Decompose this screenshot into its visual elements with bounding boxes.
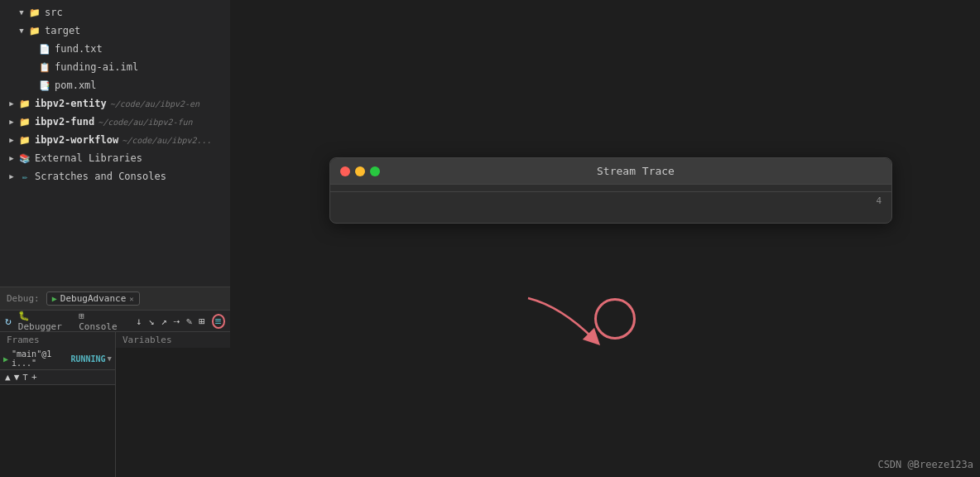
lib-icon: 📚 xyxy=(18,152,31,165)
evaluate-icon[interactable]: ✎ xyxy=(186,316,192,327)
run-thread-label: "main"@1 i..." xyxy=(12,349,69,368)
frames-panel: Frames ▶ "main"@1 i..." RUNNING ▼ ▲ ▼ ⊤ … xyxy=(0,332,116,477)
step-into-icon[interactable]: ↘ xyxy=(148,316,154,327)
step-over-icon[interactable]: ↓ xyxy=(136,316,142,327)
main-area: Stream Trace 4 xyxy=(230,0,980,477)
tree-item-funding-ai-iml[interactable]: 📋funding-ai.iml xyxy=(0,58,230,76)
folder-icon: 📁 xyxy=(18,133,31,147)
debugger-tab[interactable]: 🐛 Debugger xyxy=(18,311,72,332)
tree-arrow-open xyxy=(17,7,26,17)
tree-extra: ~/code/au/ibpv2... xyxy=(122,136,211,145)
code-content xyxy=(271,0,980,477)
run-status: RUNNING xyxy=(70,354,105,364)
stream-trace-popup: Stream Trace 4 xyxy=(329,157,892,224)
tree-label: funding-ai.iml xyxy=(55,61,138,73)
tree-arrow-closed xyxy=(7,99,17,108)
folder-icon: 📁 xyxy=(28,6,41,19)
tree-arrow-closed xyxy=(7,171,17,181)
tree-item-external-libraries[interactable]: 📚External Libraries xyxy=(0,149,230,167)
tree-item-ibpv2-fund[interactable]: 📁ibpv2-fund~/code/au/ibpv2-fun xyxy=(0,113,230,131)
variables-header: Variables xyxy=(116,332,230,348)
file-iml-icon: 📋 xyxy=(38,60,51,74)
popup-title: Stream Trace xyxy=(390,165,882,177)
debug-label: Debug: xyxy=(7,293,40,304)
popup-items xyxy=(330,210,891,223)
step-out-icon[interactable]: ↗ xyxy=(161,316,167,327)
debug-panel: Debug: ▶ DebugAdvance ✕ ↻ 🐛 Debugger ⊞ C… xyxy=(0,287,230,477)
tree-label: fund.txt xyxy=(55,43,103,55)
tree-label: Scratches and Consoles xyxy=(35,171,166,182)
frames-header: Frames xyxy=(0,332,115,348)
file-xml-icon: 📑 xyxy=(38,79,51,92)
file-text-icon: 📄 xyxy=(38,42,51,55)
restart-icon[interactable]: ↻ xyxy=(5,315,12,327)
tree-item-ibpv2-entity[interactable]: 📁ibpv2-entity~/code/au/ibpv2-en xyxy=(0,94,230,113)
folder-icon: 📁 xyxy=(18,97,31,110)
tree-label: target xyxy=(45,25,80,36)
tree-label: pom.xml xyxy=(55,80,97,91)
debug-toolbar: ↻ 🐛 Debugger ⊞ Console ↓ ↘ ↗ ⇢ ✎ ⊞ ≡ xyxy=(0,311,230,332)
filter-down-icon[interactable]: ▼ xyxy=(14,372,20,383)
tree-arrow-closed xyxy=(7,135,17,145)
scratches-icon: ✏️ xyxy=(18,170,31,183)
run-to-cursor-icon[interactable]: ⇢ xyxy=(174,316,180,327)
csdn-watermark: CSDN @Breeze123a xyxy=(877,459,973,470)
tree-item-scratches[interactable]: ✏️Scratches and Consoles xyxy=(0,167,230,186)
tree-extra: ~/code/au/ibpv2-fun xyxy=(98,118,192,127)
run-thread-bar[interactable]: ▶ "main"@1 i..." RUNNING ▼ xyxy=(0,348,115,370)
popup-titlebar: Stream Trace xyxy=(330,158,891,185)
tree-label: External Libraries xyxy=(35,152,142,164)
folder-icon: 📁 xyxy=(28,24,41,37)
stream-trace-icon[interactable]: ≡ xyxy=(212,314,225,329)
minimize-button[interactable] xyxy=(355,166,365,176)
tree-item-ibpv2-workflow[interactable]: 📁ibpv2-workflow~/code/au/ibpv2... xyxy=(0,131,230,149)
console-tab[interactable]: ⊞ Console xyxy=(79,311,122,332)
frames-list xyxy=(0,385,115,477)
tree-arrow-open xyxy=(17,26,26,36)
line-numbers xyxy=(230,0,271,477)
tree-extra: ~/code/au/ibpv2-en xyxy=(110,99,199,108)
add-frame-icon[interactable]: + xyxy=(31,372,37,383)
popup-count: 4 xyxy=(330,192,891,210)
code-area: Stream Trace 4 xyxy=(230,0,980,477)
tree-label: ibpv2-workflow xyxy=(35,134,118,146)
debug-content: Frames ▶ "main"@1 i..." RUNNING ▼ ▲ ▼ ⊤ … xyxy=(0,332,230,477)
tree-item-target[interactable]: 📁target xyxy=(0,22,230,40)
filter-icon[interactable]: ⊤ xyxy=(22,372,28,383)
traffic-lights xyxy=(340,166,380,176)
folder-icon: 📁 xyxy=(18,115,31,128)
filter-up-icon[interactable]: ▲ xyxy=(5,372,11,383)
variables-panel: Variables xyxy=(116,332,230,477)
popup-tabs xyxy=(330,185,891,192)
tree-label: src xyxy=(45,7,63,18)
tree-item-pom-xml[interactable]: 📑pom.xml xyxy=(0,76,230,94)
tree-arrow-closed xyxy=(7,153,17,163)
tree-arrow-closed xyxy=(7,117,17,127)
table-view-icon[interactable]: ⊞ xyxy=(199,316,204,327)
close-button[interactable] xyxy=(340,166,350,176)
debug-tab-bar: Debug: ▶ DebugAdvance ✕ xyxy=(0,287,230,311)
debug-session-name[interactable]: ▶ DebugAdvance ✕ xyxy=(46,292,140,306)
tree-label: ibpv2-entity xyxy=(35,98,107,109)
maximize-button[interactable] xyxy=(370,166,380,176)
tree-item-fund-txt[interactable]: 📄fund.txt xyxy=(0,40,230,58)
tree-label: ibpv2-fund xyxy=(35,116,94,128)
tree-item-src[interactable]: 📁src xyxy=(0,3,230,22)
